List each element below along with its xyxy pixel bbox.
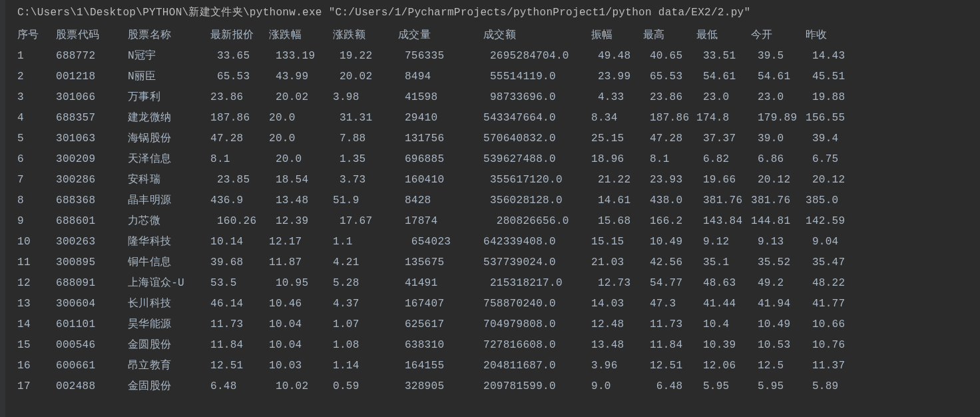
cell-prev: 45.51: [806, 66, 852, 87]
cell-open: 12.5: [751, 355, 806, 376]
cell-chg: 17.67: [333, 210, 398, 231]
cell-open: 35.52: [751, 252, 806, 272]
cell-vol: 167407: [398, 293, 483, 314]
cell-amp: 49.48: [591, 45, 643, 66]
cell-open: 144.81: [751, 210, 806, 231]
header-vol: 成交量: [398, 25, 483, 45]
cell-idx: 10: [17, 231, 56, 252]
cell-open: 39.0: [751, 128, 806, 149]
cell-prev: 39.4: [806, 128, 852, 149]
cell-price: 39.68: [210, 252, 269, 272]
header-open: 今开: [751, 25, 806, 45]
table-row: 16600661昂立教育12.5110.031.14 1641552048116…: [17, 355, 852, 376]
cell-prev: 9.04: [806, 231, 852, 252]
cell-pct: 20.0: [269, 149, 333, 169]
cell-name: N丽臣: [128, 66, 210, 87]
table-row: 7300286安科瑞 23.85 18.54 3.73 160410 35561…: [17, 169, 852, 190]
cell-name: 金圆股份: [128, 334, 210, 355]
cell-name: 力芯微: [128, 210, 210, 231]
cell-amp: 9.0: [591, 376, 643, 396]
cell-name: 昂立教育: [128, 355, 210, 376]
cell-price: 33.65: [210, 45, 269, 66]
cell-low: 143.84: [696, 210, 751, 231]
cell-high: 54.77: [643, 272, 696, 293]
cell-code: 301063: [56, 128, 128, 149]
cell-open: 39.5: [751, 45, 806, 66]
cell-pct: 10.03: [269, 355, 333, 376]
cell-pct: 12.39: [269, 210, 333, 231]
cell-chg: 51.9: [333, 190, 398, 210]
cell-high: 42.56: [643, 252, 696, 272]
cell-amp: 18.96: [591, 149, 643, 169]
cell-code: 300209: [56, 149, 128, 169]
cell-pct: 43.99: [269, 66, 333, 87]
table-row: 6300209天泽信息8.1 20.0 1.35 696885539627488…: [17, 149, 852, 169]
cell-name: 长川科技: [128, 293, 210, 314]
cell-amt: 55514119.0: [483, 66, 591, 87]
cell-vol: 328905: [398, 376, 483, 396]
cell-chg: 1.08: [333, 334, 398, 355]
table-row: 10300263隆华科技10.1412.171.1 65402364233940…: [17, 231, 852, 252]
cell-prev: 19.88: [806, 87, 852, 107]
header-amt: 成交额: [483, 25, 591, 45]
cell-amt: 356028128.0: [483, 190, 591, 210]
cell-amp: 14.03: [591, 293, 643, 314]
cell-name: 金固股份: [128, 376, 210, 396]
cell-amt: 642339408.0: [483, 231, 591, 252]
cell-amp: 14.61: [591, 190, 643, 210]
table-row: 4688357建龙微纳187.8620.0 31.31 294105433476…: [17, 107, 852, 128]
cell-chg: 20.02: [333, 66, 398, 87]
cell-open: 49.2: [751, 272, 806, 293]
cell-low: 54.61: [696, 66, 751, 87]
cell-amp: 8.34: [591, 107, 643, 128]
cell-pct: 10.02: [269, 376, 333, 396]
cell-chg: 4.37: [333, 293, 398, 314]
cell-code: 600661: [56, 355, 128, 376]
cell-idx: 8: [17, 190, 56, 210]
cell-amp: 23.99: [591, 66, 643, 87]
cell-code: 688368: [56, 190, 128, 210]
cell-code: 300895: [56, 252, 128, 272]
cell-price: 11.84: [210, 334, 269, 355]
cell-chg: 1.07: [333, 314, 398, 334]
cell-idx: 12: [17, 272, 56, 293]
cell-vol: 41598: [398, 87, 483, 107]
cell-pct: 18.54: [269, 169, 333, 190]
cell-chg: 1.1: [333, 231, 398, 252]
cell-idx: 2: [17, 66, 56, 87]
cell-low: 19.66: [696, 169, 751, 190]
cell-code: 601101: [56, 314, 128, 334]
cell-amp: 15.68: [591, 210, 643, 231]
cell-name: 海锅股份: [128, 128, 210, 149]
cell-price: 23.85: [210, 169, 269, 190]
cell-vol: 164155: [398, 355, 483, 376]
cell-chg: 3.73: [333, 169, 398, 190]
cell-vol: 654023: [398, 231, 483, 252]
cell-prev: 142.59: [806, 210, 852, 231]
cell-prev: 11.37: [806, 355, 852, 376]
cell-pct: 10.04: [269, 314, 333, 334]
cell-chg: 31.31: [333, 107, 398, 128]
cell-idx: 5: [17, 128, 56, 149]
cell-chg: 3.98: [333, 87, 398, 107]
table-row: 2001218N丽臣 65.53 43.99 20.02 8494 555141…: [17, 66, 852, 87]
table-row: 14601101昊华能源11.7310.041.07 6256177049798…: [17, 314, 852, 334]
header-high: 最高: [643, 25, 696, 45]
cell-high: 166.2: [643, 210, 696, 231]
cell-amp: 21.22: [591, 169, 643, 190]
cell-idx: 15: [17, 334, 56, 355]
cell-vol: 17874: [398, 210, 483, 231]
table-row: 5301063海锅股份47.2820.0 7.88 13175657064083…: [17, 128, 852, 149]
cell-price: 187.86: [210, 107, 269, 128]
cell-code: 688357: [56, 107, 128, 128]
cell-chg: 4.21: [333, 252, 398, 272]
cell-amt: 570640832.0: [483, 128, 591, 149]
command-line: C:\Users\1\Desktop\PYTHON\新建文件夹\pythonw.…: [5, 0, 980, 22]
cell-open: 10.49: [751, 314, 806, 334]
cell-idx: 11: [17, 252, 56, 272]
cell-prev: 5.89: [806, 376, 852, 396]
header-chg: 涨跌额: [333, 25, 398, 45]
cell-price: 47.28: [210, 128, 269, 149]
cell-idx: 7: [17, 169, 56, 190]
cell-name: 天泽信息: [128, 149, 210, 169]
